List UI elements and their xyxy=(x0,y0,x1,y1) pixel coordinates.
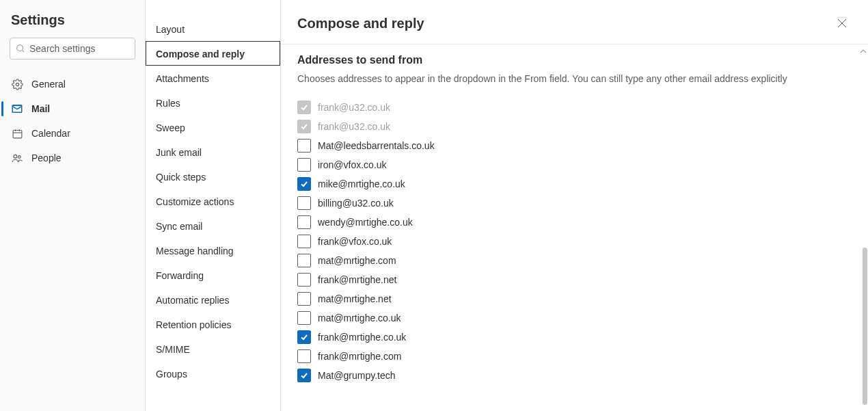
close-icon xyxy=(837,18,847,28)
address-label: wendy@mrtighe.co.uk xyxy=(318,217,413,228)
address-checkbox[interactable] xyxy=(297,369,311,382)
submenu-item[interactable]: Sync email xyxy=(146,213,280,238)
address-label: billing@u32.co.uk xyxy=(318,198,394,209)
section-title: Addresses to send from xyxy=(297,54,852,66)
svg-point-0 xyxy=(17,45,23,51)
submenu-item[interactable]: Retention policies xyxy=(146,312,280,336)
address-label: mike@mrtighe.co.uk xyxy=(318,178,405,189)
address-item[interactable]: billing@u32.co.uk xyxy=(297,194,852,213)
mail-submenu: LayoutCompose and replyAttachmentsRulesS… xyxy=(146,0,281,411)
gear-icon xyxy=(11,78,23,90)
address-item[interactable]: Mat@grumpy.tech xyxy=(297,366,852,385)
category-people[interactable]: People xyxy=(0,146,145,170)
address-label: frank@mrtighe.co.uk xyxy=(318,332,406,343)
scrollbar-thumb[interactable] xyxy=(863,248,867,405)
submenu-item[interactable]: Rules xyxy=(146,90,280,115)
svg-rect-3 xyxy=(13,130,22,137)
address-label: frank@u32.co.uk xyxy=(318,121,390,132)
content-panel: Compose and reply Addresses to send from… xyxy=(281,0,868,411)
address-checkbox[interactable] xyxy=(297,292,311,306)
address-item[interactable]: frank@vfox.co.uk xyxy=(297,232,852,251)
search-box[interactable] xyxy=(10,38,135,59)
category-general[interactable]: General xyxy=(0,72,145,96)
address-item[interactable]: frank@mrtighe.co.uk xyxy=(297,328,852,347)
submenu-item[interactable]: Automatic replies xyxy=(146,287,280,312)
svg-line-1 xyxy=(23,51,25,53)
submenu-item[interactable]: Message handling xyxy=(146,238,280,263)
category-label: General xyxy=(31,79,66,90)
address-checkbox[interactable] xyxy=(297,215,311,229)
submenu-item[interactable]: Groups xyxy=(146,361,280,386)
address-item[interactable]: frank@mrtighe.net xyxy=(297,270,852,289)
submenu-item[interactable]: Customize actions xyxy=(146,189,280,213)
category-label: Calendar xyxy=(31,128,70,139)
submenu-item[interactable]: Compose and reply xyxy=(146,41,280,66)
svg-point-2 xyxy=(16,83,18,85)
category-calendar[interactable]: Calendar xyxy=(0,121,145,146)
address-label: Mat@leedsbarrentals.co.uk xyxy=(318,140,435,151)
address-checkbox[interactable] xyxy=(297,330,311,344)
content-header: Compose and reply xyxy=(281,0,868,44)
address-item[interactable]: wendy@mrtighe.co.uk xyxy=(297,213,852,232)
submenu-item[interactable]: Forwarding xyxy=(146,263,280,287)
address-checkbox[interactable] xyxy=(297,235,311,248)
address-item[interactable]: Mat@leedsbarrentals.co.uk xyxy=(297,136,852,155)
address-checkbox[interactable] xyxy=(297,177,311,191)
svg-point-7 xyxy=(14,155,17,158)
address-list: frank@u32.co.ukfrank@u32.co.ukMat@leedsb… xyxy=(297,98,852,385)
search-input[interactable] xyxy=(29,43,129,54)
address-checkbox[interactable] xyxy=(297,273,311,287)
address-label: frank@u32.co.uk xyxy=(318,102,390,113)
address-item: frank@u32.co.uk xyxy=(297,98,852,117)
address-label: frank@mrtighe.com xyxy=(318,351,401,362)
category-label: People xyxy=(31,153,62,163)
submenu-item[interactable]: Layout xyxy=(146,16,280,41)
submenu-item[interactable]: Junk email xyxy=(146,140,280,164)
address-item[interactable]: mat@mrtighe.com xyxy=(297,251,852,270)
address-checkbox xyxy=(297,101,311,114)
section-description: Chooses addresses to appear in the dropd… xyxy=(297,73,852,84)
address-label: mat@mrtighe.net xyxy=(318,293,392,304)
address-item[interactable]: frank@mrtighe.com xyxy=(297,347,852,366)
address-item[interactable]: mat@mrtighe.net xyxy=(297,289,852,308)
address-item[interactable]: mat@mrtighe.co.uk xyxy=(297,308,852,328)
address-checkbox[interactable] xyxy=(297,196,311,210)
address-checkbox[interactable] xyxy=(297,254,311,267)
address-item[interactable]: iron@vfox.co.uk xyxy=(297,155,852,174)
people-icon xyxy=(11,152,23,164)
search-wrap xyxy=(0,38,145,72)
address-label: mat@mrtighe.com xyxy=(318,255,396,266)
address-checkbox[interactable] xyxy=(297,349,311,363)
content-heading: Compose and reply xyxy=(297,16,424,31)
address-label: Mat@grumpy.tech xyxy=(318,370,396,381)
address-checkbox[interactable] xyxy=(297,311,311,325)
address-checkbox[interactable] xyxy=(297,158,311,172)
search-icon xyxy=(16,44,25,53)
submenu-item[interactable]: Sweep xyxy=(146,115,280,140)
mail-icon xyxy=(11,103,23,115)
address-checkbox[interactable] xyxy=(297,139,311,153)
calendar-icon xyxy=(11,127,23,140)
submenu-item[interactable]: Quick steps xyxy=(146,164,280,189)
address-item[interactable]: mike@mrtighe.co.uk xyxy=(297,174,852,194)
address-checkbox xyxy=(297,120,311,133)
submenu-item[interactable]: S/MIME xyxy=(146,336,280,361)
address-label: mat@mrtighe.co.uk xyxy=(318,313,401,323)
address-label: frank@vfox.co.uk xyxy=(318,236,392,247)
scrollbar-track[interactable] xyxy=(862,42,867,410)
address-label: frank@mrtighe.net xyxy=(318,274,396,285)
content-body[interactable]: Addresses to send from Chooses addresses… xyxy=(281,44,868,411)
category-mail[interactable]: Mail xyxy=(0,96,145,121)
category-label: Mail xyxy=(31,103,50,114)
svg-point-8 xyxy=(18,156,21,159)
settings-title: Settings xyxy=(0,12,145,38)
address-item: frank@u32.co.uk xyxy=(297,117,852,136)
settings-sidebar: Settings GeneralMailCalendarPeople xyxy=(0,0,146,411)
address-label: iron@vfox.co.uk xyxy=(318,159,387,170)
close-button[interactable] xyxy=(832,14,852,33)
submenu-item[interactable]: Attachments xyxy=(146,66,280,90)
